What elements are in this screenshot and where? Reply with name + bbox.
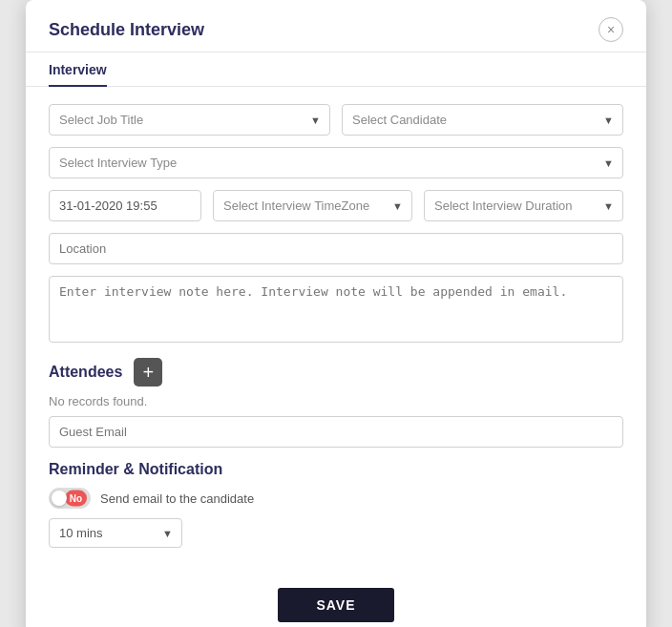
close-button[interactable]: × (598, 17, 623, 42)
tabs-bar: Interview (26, 52, 646, 87)
interview-type-select[interactable]: Select Interview Type ▼ (49, 147, 623, 178)
attendees-header: Attendees + (49, 358, 623, 387)
reminder-time-select[interactable]: 10 mins 15 mins 30 mins 1 hour ▼ (49, 518, 182, 548)
date-input[interactable] (49, 190, 201, 221)
job-title-dropdown[interactable]: Select Job Title (49, 104, 330, 136)
candidate-select[interactable]: Select Candidate ▼ (342, 104, 623, 136)
toggle-circle (52, 491, 67, 506)
attendees-label: Attendees (49, 364, 122, 381)
timezone-dropdown[interactable]: Select Interview TimeZone (213, 190, 412, 221)
date-input-wrapper[interactable] (49, 190, 201, 221)
reminder-section: Reminder & Notification No Send email to… (49, 461, 623, 548)
add-attendee-button[interactable]: + (134, 358, 162, 387)
job-title-select[interactable]: Select Job Title ▼ (49, 104, 330, 136)
row-job-candidate: Select Job Title ▼ Select Candidate ▼ (49, 104, 623, 136)
location-input-wrapper[interactable] (49, 233, 623, 264)
row-datetime: Select Interview TimeZone ▼ Select Inter… (49, 190, 623, 221)
schedule-interview-modal: Schedule Interview × Interview Select Jo… (26, 0, 646, 627)
modal-title: Schedule Interview (49, 20, 204, 40)
row-location (49, 233, 623, 264)
duration-select[interactable]: Select Interview Duration ▼ (424, 190, 623, 221)
reminder-title: Reminder & Notification (49, 461, 623, 478)
plus-icon: + (143, 363, 155, 382)
toggle-track[interactable]: No (49, 488, 91, 509)
timezone-select[interactable]: Select Interview TimeZone ▼ (213, 190, 412, 221)
save-button[interactable]: SAVE (278, 588, 393, 622)
toggle-wrapper[interactable]: No (49, 488, 91, 509)
note-input-wrapper[interactable] (49, 276, 623, 346)
send-email-label: Send email to the candidate (100, 491, 254, 506)
location-input[interactable] (49, 233, 623, 264)
interview-type-dropdown[interactable]: Select Interview Type (49, 147, 623, 178)
modal-body: Select Job Title ▼ Select Candidate ▼ Se… (26, 87, 646, 582)
duration-dropdown[interactable]: Select Interview Duration (424, 190, 623, 221)
row-note (49, 276, 623, 346)
guest-email-input[interactable] (49, 416, 623, 448)
reminder-time-dropdown[interactable]: 10 mins 15 mins 30 mins 1 hour (49, 518, 182, 548)
note-textarea[interactable] (49, 276, 623, 343)
toggle-label: No (65, 491, 87, 507)
modal-header: Schedule Interview × (26, 0, 646, 52)
reminder-time-row: 10 mins 15 mins 30 mins 1 hour ▼ (49, 518, 623, 548)
close-icon: × (607, 22, 615, 37)
attendees-section: Attendees + No records found. (49, 358, 623, 448)
modal-footer: SAVE (26, 582, 646, 627)
tab-interview[interactable]: Interview (49, 52, 107, 87)
reminder-toggle-row: No Send email to the candidate (49, 488, 623, 509)
no-records-text: No records found. (49, 394, 623, 408)
candidate-dropdown[interactable]: Select Candidate (342, 104, 623, 136)
row-interview-type: Select Interview Type ▼ (49, 147, 623, 178)
